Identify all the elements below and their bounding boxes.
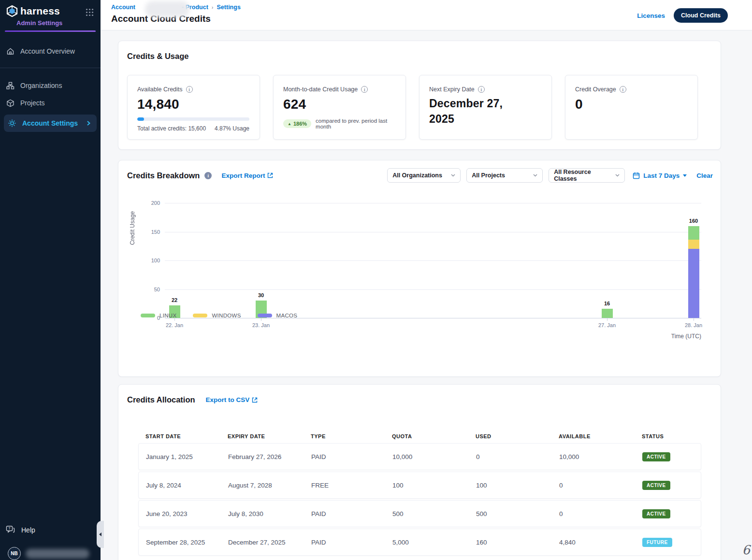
date-range-filter[interactable]: Last 7 Days <box>633 172 687 179</box>
export-report-label: Export Report <box>221 172 265 179</box>
projects-select[interactable]: All Projects <box>466 168 543 183</box>
cell-expiry-date: December 27, 2025 <box>228 539 311 546</box>
cell-expiry-date: February 27, 2026 <box>228 453 311 460</box>
cell-start-date: July 8, 2024 <box>146 482 228 489</box>
sidebar-item-label: Account Settings <box>22 119 78 127</box>
bar-value-label: 22 <box>165 297 184 303</box>
sidebar-item-projects[interactable]: Projects <box>0 94 101 112</box>
breadcrumb-settings[interactable]: Settings <box>217 4 241 11</box>
table-row[interactable]: June 20, 2023 July 8, 2030 PAID 500 500 … <box>138 500 701 527</box>
x-tick-mark <box>694 318 694 321</box>
org-chart-icon <box>6 81 14 90</box>
chart-bar-linux[interactable] <box>688 226 699 240</box>
y-tick-label: 150 <box>141 229 160 235</box>
allocation-table-header: START DATE EXPIRY DATE TYPE QUOTA USED A… <box>138 431 701 442</box>
external-link-icon <box>252 397 258 403</box>
sidebar-collapse-handle[interactable] <box>97 521 104 548</box>
export-csv-label: Export to CSV <box>206 396 250 403</box>
y-tick-label: 50 <box>141 287 160 292</box>
y-gridline <box>165 260 701 261</box>
cell-available: 4,840 <box>559 539 642 546</box>
sidebar-item-account-settings[interactable]: Account Settings <box>4 115 97 132</box>
info-icon[interactable]: i <box>186 86 193 93</box>
help-chat-icon: ? <box>6 525 15 535</box>
column-header: USED <box>476 433 559 439</box>
y-gridline <box>165 203 701 203</box>
legend-item-macos[interactable]: MACOS <box>258 313 298 318</box>
info-icon[interactable]: i <box>361 86 368 93</box>
cloud-credits-button[interactable]: Cloud Credits <box>674 8 728 23</box>
licenses-link[interactable]: Licenses <box>637 12 665 19</box>
main-content: Credits & Usage Available Credits i 14,8… <box>101 30 752 560</box>
cell-start-date: September 28, 2025 <box>146 539 228 546</box>
sidebar-item-organizations[interactable]: Organizations <box>0 77 101 94</box>
legend-item-linux[interactable]: LINUX <box>141 313 176 318</box>
sidebar-item-label: Account Overview <box>20 47 75 55</box>
info-icon[interactable]: i <box>478 86 485 93</box>
x-tick-mark <box>607 318 607 321</box>
info-icon[interactable]: i <box>204 172 212 179</box>
column-header: STATUS <box>642 433 701 439</box>
cube-icon <box>6 99 14 107</box>
cell-available: 10,000 <box>559 453 642 460</box>
page-header: Account - Product › Settings Account Clo… <box>101 0 752 30</box>
total-active-credits: Total active credits: 15,600 <box>137 125 206 132</box>
increase-triangle-icon: ▲ <box>288 122 291 126</box>
x-tick-label: 28. Jan <box>677 322 710 328</box>
y-gridline <box>165 232 701 232</box>
cell-type: PAID <box>311 539 392 546</box>
status-badge: FUTURE <box>642 538 672 547</box>
credits-usage-panel: Credits & Usage Available Credits i 14,8… <box>118 41 721 150</box>
legend-swatch <box>193 314 207 317</box>
card-label: Available Credits <box>137 86 183 93</box>
table-row[interactable]: July 8, 2024 August 7, 2028 FREE 100 100… <box>138 472 701 499</box>
chevron-down-icon <box>533 174 537 177</box>
organizations-select[interactable]: All Organizations <box>387 168 461 183</box>
help-button[interactable]: ? Help <box>0 524 41 536</box>
external-link-icon <box>267 172 273 178</box>
card-label: Next Expiry Date <box>429 86 475 93</box>
legend-label: LINUX <box>159 313 176 318</box>
table-row[interactable]: January 1, 2025 February 27, 2026 PAID 1… <box>138 443 701 470</box>
resource-classes-select-value: All Resource Classes <box>554 169 615 182</box>
avatar[interactable]: NB <box>8 547 21 560</box>
credits-progress-bar <box>137 117 249 121</box>
delta-badge: ▲ 186% <box>283 119 311 128</box>
chart-bar-macos[interactable] <box>688 249 699 318</box>
cell-used: 160 <box>476 539 559 546</box>
credits-allocation-title: Credits Allocation <box>127 395 195 404</box>
chart-bar-linux[interactable] <box>602 309 613 318</box>
table-row[interactable]: September 28, 2025 December 27, 2025 PAI… <box>138 529 701 556</box>
cell-quota: 100 <box>392 482 476 489</box>
export-csv-link[interactable]: Export to CSV <box>206 396 258 403</box>
credits-breakdown-title: Credits Breakdown <box>127 171 200 180</box>
column-header: START DATE <box>145 433 228 439</box>
allocation-table-body: January 1, 2025 February 27, 2026 PAID 1… <box>138 443 701 556</box>
breadcrumb-separator: › <box>212 4 214 10</box>
breadcrumb-account[interactable]: Account <box>111 4 135 11</box>
chevron-down-icon <box>451 174 455 177</box>
resource-classes-select[interactable]: All Resource Classes <box>549 168 625 183</box>
module-switcher-icon[interactable] <box>86 8 94 16</box>
clear-filters-link[interactable]: Clear <box>696 172 713 179</box>
calendar-icon <box>633 172 640 179</box>
credits-usage-title: Credits & Usage <box>127 52 188 61</box>
chart-bar-windows[interactable] <box>688 240 699 249</box>
column-header: AVAILABLE <box>559 433 642 439</box>
status-badge: ACTIVE <box>642 509 670 518</box>
sidebar-item-account-overview[interactable]: Account Overview <box>0 43 101 60</box>
sidebar: harness Admin Settings Account Overview <box>0 0 101 560</box>
cell-used: 100 <box>476 482 559 489</box>
harness-logo-icon <box>6 5 18 17</box>
allocation-table: START DATE EXPIRY DATE TYPE QUOTA USED A… <box>138 431 701 556</box>
next-expiry-card: Next Expiry Date i December 27, 2025 <box>419 75 552 140</box>
x-tick-label: 23. Jan <box>244 322 278 328</box>
redacted-user-name <box>26 549 89 559</box>
legend-item-windows[interactable]: WINDOWS <box>193 313 241 318</box>
gear-icon <box>8 119 16 128</box>
export-report-link[interactable]: Export Report <box>221 172 273 179</box>
info-icon[interactable]: i <box>620 86 626 93</box>
home-icon <box>6 47 14 56</box>
sidebar-item-label: Projects <box>20 99 45 107</box>
status-badge: ACTIVE <box>642 481 670 490</box>
